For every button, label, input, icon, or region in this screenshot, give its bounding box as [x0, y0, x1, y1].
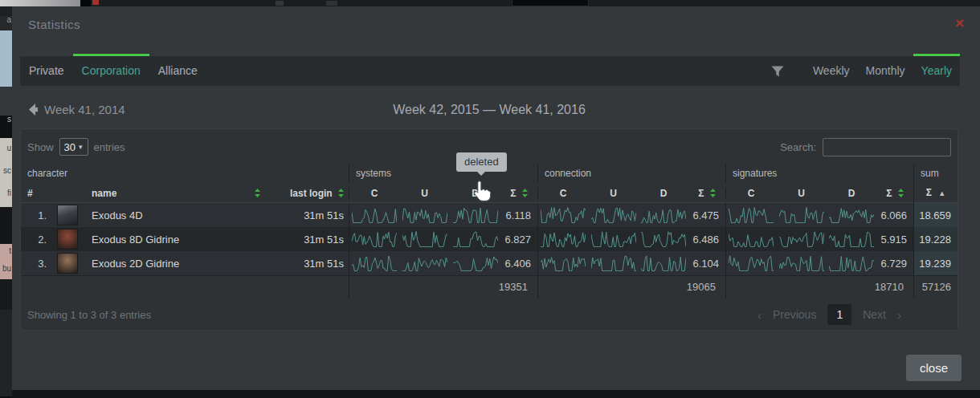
col-header-signatures-sum[interactable]: Σ: [876, 188, 913, 199]
background-box: [512, 0, 589, 6]
week-navigation: Week 41, 2014 Week 42, 2015 — Week 41, 2…: [20, 101, 958, 124]
col-header-signatures-deleted[interactable]: D: [827, 188, 876, 199]
tab-bar: Private Corporation Alliance Weekly Mont…: [20, 56, 960, 86]
row-total-value: 19.228: [913, 227, 958, 251]
tab-yearly[interactable]: Yearly: [913, 56, 960, 86]
col-header-total-sum[interactable]: Σ ▲: [913, 182, 958, 204]
table-row: 1. Exodus 4D 31m 51s 6.118 6.475 6.066 1…: [21, 203, 958, 227]
tab-weekly[interactable]: Weekly: [805, 56, 858, 86]
sparkline-signatures-updated: [776, 227, 827, 251]
col-header-systems-deleted[interactable]: D: [450, 188, 500, 199]
sparkline-signatures-updated: [776, 251, 827, 275]
row-index: 2.: [21, 227, 53, 251]
edge-fragment: bu: [0, 262, 12, 279]
close-icon[interactable]: ×: [955, 15, 964, 30]
background-light-segment: [0, 0, 80, 6]
table-row: 2. Exodus 8D Gidrine 31m 51s 6.827 6.486…: [21, 227, 958, 251]
systems-sum-value: 6.118: [500, 203, 537, 227]
edge-dark-block: [0, 87, 12, 116]
sparkline-systems-updated: [399, 227, 450, 251]
sparkline-signatures-updated: [776, 203, 827, 227]
search-label: Search:: [780, 141, 816, 153]
sparkline-connection-created: [537, 203, 588, 227]
tab-corporation[interactable]: Corporation: [73, 56, 149, 86]
tooltip-arrow: [477, 172, 485, 176]
group-header-character: character: [21, 164, 349, 182]
background-top-strip: [0, 0, 980, 6]
edge-fragment: u: [0, 138, 12, 160]
sigma-label: Σ: [926, 187, 932, 198]
character-avatar: [57, 253, 78, 274]
sparkline-signatures-deleted: [827, 227, 876, 251]
col-header-index: #: [21, 188, 53, 199]
character-name: Exodus 2D Gidrine: [82, 251, 260, 275]
edge-dark-block: [0, 310, 12, 396]
tab-monthly[interactable]: Monthly: [858, 56, 913, 86]
modal-header: Statistics ×: [12, 6, 980, 45]
search-input[interactable]: [823, 138, 951, 156]
col-header-last-login[interactable]: last login: [260, 188, 349, 199]
tooltip-text: deleted: [464, 156, 499, 168]
character-avatar: [57, 229, 78, 250]
edge-dark-block: [0, 207, 12, 244]
sort-both-icon: [522, 189, 528, 197]
systems-sum-value: 6.406: [500, 251, 537, 275]
col-header-systems-created[interactable]: C: [349, 188, 399, 199]
group-header-sum: sum: [913, 164, 958, 182]
col-header-connection-updated[interactable]: U: [588, 188, 639, 199]
sparkline-connection-updated: [588, 227, 639, 251]
pagination: ‹ Previous 1 Next ›: [757, 304, 901, 325]
col-header-signatures-updated[interactable]: U: [776, 188, 827, 199]
col-header-connection-created[interactable]: C: [537, 188, 588, 199]
edge-fragment: s: [0, 116, 12, 124]
close-button[interactable]: close: [906, 355, 962, 381]
connection-sum-value: 6.475: [688, 203, 725, 227]
edge-blue-block: [0, 30, 12, 87]
character-avatar: [57, 205, 78, 225]
edge-fragment: sc: [0, 160, 12, 183]
last-login-value: 31m 51s: [260, 203, 349, 227]
background-left-strip: a s u sc fi t bu: [0, 6, 12, 398]
signatures-total: 18710: [725, 276, 913, 298]
show-label: Show: [27, 141, 54, 153]
sort-both-icon: [338, 189, 344, 197]
entries-select[interactable]: 30 ▾: [59, 138, 88, 156]
col-header-name[interactable]: name: [82, 188, 260, 199]
sigma-label: Σ: [886, 188, 892, 199]
previous-chevron-icon[interactable]: ‹: [757, 308, 762, 322]
background-dark-segment: [80, 0, 91, 6]
character-name: Exodus 8D Gidrine: [82, 227, 260, 251]
tab-alliance[interactable]: Alliance: [149, 56, 206, 86]
table-row: 3. Exodus 2D Gidrine 31m 51s 6.406 6.104…: [21, 251, 958, 275]
sparkline-systems-deleted: [450, 203, 500, 227]
row-index: 1.: [21, 203, 53, 227]
next-chevron-icon[interactable]: ›: [897, 308, 901, 322]
avatar-cell: [53, 251, 82, 275]
col-header-last-login-label: last login: [290, 188, 333, 199]
sparkline-signatures-deleted: [827, 203, 876, 227]
statistics-table: character systems connection signatures …: [21, 164, 958, 298]
last-login-value: 31m 51s: [260, 227, 349, 251]
col-header-systems-sum[interactable]: Σ: [500, 188, 537, 199]
previous-page-button[interactable]: Previous: [773, 308, 816, 321]
edge-fragment: a: [0, 16, 12, 24]
col-header-connection-sum[interactable]: Σ: [688, 188, 725, 199]
filter-icon[interactable]: [771, 66, 784, 77]
background-glyph: [276, 1, 284, 6]
sparkline-connection-deleted: [639, 203, 688, 227]
sort-both-icon: [898, 189, 904, 197]
statistics-modal: Statistics × Private Corporation Allianc…: [12, 6, 980, 390]
tooltip: deleted: [456, 152, 507, 172]
signatures-sum-value: 6.729: [876, 251, 913, 275]
col-header-systems-updated[interactable]: U: [399, 188, 450, 199]
sparkline-signatures-created: [725, 203, 776, 227]
col-header-connection-deleted[interactable]: D: [639, 188, 688, 199]
current-page-button[interactable]: 1: [827, 304, 851, 325]
next-page-button[interactable]: Next: [863, 308, 886, 321]
sparkline-systems-created: [349, 251, 399, 275]
table-footer-row: 19351 19065 18710 57126: [21, 275, 958, 298]
table-info-row: Showing 1 to 3 of 3 entries ‹ Previous 1…: [27, 304, 951, 325]
tab-private[interactable]: Private: [20, 56, 73, 86]
sigma-label: Σ: [510, 188, 516, 199]
col-header-signatures-created[interactable]: C: [725, 188, 776, 199]
